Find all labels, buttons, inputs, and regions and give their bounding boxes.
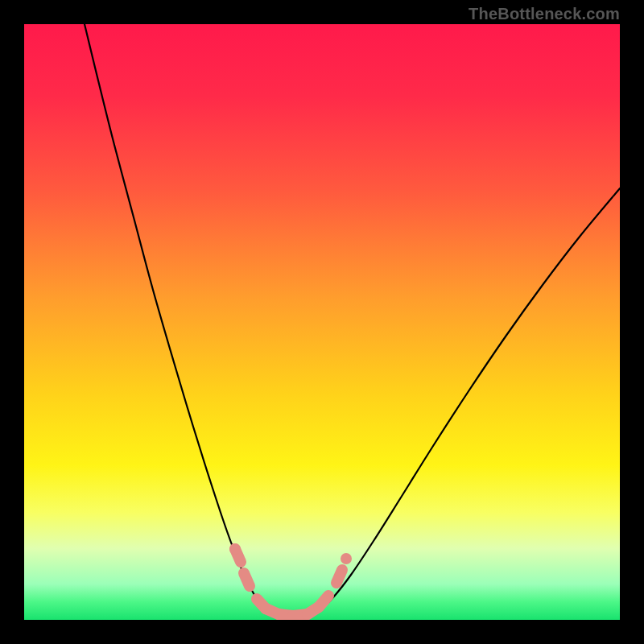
pink-band-end [341, 553, 352, 564]
pink-band-segment [319, 596, 328, 607]
pink-band-end [229, 543, 241, 555]
pink-band-segment [244, 573, 250, 586]
pink-band-segment [336, 570, 342, 583]
watermark-text: TheBottleneck.com [469, 5, 620, 23]
chart-frame: TheBottleneck.com [0, 0, 644, 644]
curve-layer [24, 24, 620, 620]
left-curve [85, 24, 279, 617]
right-curve [308, 188, 620, 617]
plot-area [24, 24, 620, 620]
